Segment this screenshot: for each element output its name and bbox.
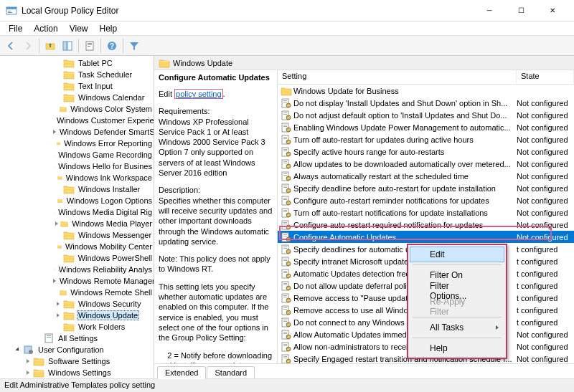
- menu-item[interactable]: All Tasks: [410, 320, 504, 335]
- svg-rect-81: [283, 285, 287, 285]
- tree-item[interactable]: User Configuration: [0, 344, 154, 355]
- up-button[interactable]: [42, 38, 58, 54]
- svg-rect-3: [8, 12, 12, 13]
- svg-rect-69: [283, 248, 287, 249]
- tree-item[interactable]: Windows PowerShell: [0, 252, 154, 264]
- close-button[interactable]: ✕: [537, 1, 568, 21]
- svg-rect-97: [283, 333, 287, 334]
- svg-rect-20: [283, 100, 287, 101]
- help-button[interactable]: ?: [104, 38, 120, 54]
- svg-rect-100: [283, 344, 287, 345]
- toolbar: ?: [0, 36, 574, 56]
- properties-button[interactable]: [82, 38, 98, 54]
- tree-item[interactable]: Windows Logon Options: [0, 195, 154, 206]
- tree-item[interactable]: Windows Settings: [0, 367, 154, 378]
- menu-item[interactable]: Edit: [410, 247, 504, 262]
- tree-item[interactable]: Text Input: [0, 80, 154, 92]
- list-item[interactable]: Specify deadline before auto-restart for…: [278, 182, 574, 194]
- svg-rect-33: [283, 138, 287, 139]
- context-menu: EditFilter OnFilter Options...Re-Apply F…: [407, 244, 507, 359]
- titlebar: Local Group Policy Editor ─ ☐ ✕: [0, 0, 574, 21]
- tree-item[interactable]: Windows Security: [0, 298, 154, 310]
- edit-policy-link[interactable]: policy setting: [174, 89, 223, 99]
- svg-rect-85: [283, 297, 287, 297]
- tree-item[interactable]: Windows Reliability Analys: [0, 264, 154, 275]
- svg-rect-89: [283, 309, 287, 310]
- folder-icon: [159, 58, 170, 68]
- menu-help[interactable]: Help: [94, 22, 123, 35]
- tree-item[interactable]: Task Scheduler: [0, 69, 154, 80]
- svg-rect-5: [63, 42, 67, 50]
- svg-rect-68: [283, 247, 287, 247]
- list-header: Setting State: [278, 70, 574, 85]
- tree-item[interactable]: Windows Hello for Busines: [0, 161, 154, 172]
- minimize-button[interactable]: ─: [474, 1, 505, 21]
- list-item[interactable]: Allow updates to be downloaded automatic…: [278, 158, 574, 170]
- tree-item[interactable]: Windows Defender SmartSc: [0, 126, 154, 138]
- svg-rect-10: [88, 46, 90, 47]
- tab-extended[interactable]: Extended: [157, 366, 206, 379]
- menu-view[interactable]: View: [64, 22, 94, 35]
- list-item[interactable]: Windows Update for Business: [278, 85, 574, 97]
- svg-rect-105: [283, 358, 287, 358]
- show-hide-tree-button[interactable]: [60, 38, 75, 54]
- svg-rect-24: [283, 113, 287, 113]
- svg-rect-65: [283, 236, 287, 236]
- svg-rect-15: [47, 337, 51, 338]
- tree-item[interactable]: Work Folders: [0, 321, 154, 333]
- list-item[interactable]: Turn off auto-restart notifications for …: [278, 206, 574, 219]
- tree-item[interactable]: All Settings: [0, 333, 154, 344]
- svg-rect-13: [45, 334, 52, 343]
- forward-button[interactable]: [20, 38, 36, 54]
- tree-item[interactable]: Windows Mobility Center: [0, 241, 154, 252]
- tree-item[interactable]: Windows Color System: [0, 103, 154, 115]
- tree-item[interactable]: Software Settings: [0, 355, 154, 367]
- list-item[interactable]: Enabling Windows Update Power Management…: [278, 121, 574, 133]
- tree-item[interactable]: Windows Game Recording: [0, 149, 154, 161]
- svg-rect-53: [283, 199, 287, 200]
- menu-action[interactable]: Action: [28, 22, 63, 35]
- menu-item[interactable]: Help: [410, 340, 504, 356]
- svg-rect-104: [283, 356, 287, 357]
- list-item[interactable]: Configure Automatic UpdatesNot configure…: [278, 231, 574, 243]
- svg-rect-84: [283, 295, 287, 296]
- list-item[interactable]: Configure auto-restart reminder notifica…: [278, 194, 574, 206]
- svg-rect-37: [283, 150, 287, 151]
- list-item[interactable]: Configure auto-restart required notifica…: [278, 219, 574, 231]
- tree-item[interactable]: Windows Media Digital Rig: [0, 206, 154, 218]
- svg-rect-76: [283, 271, 287, 272]
- list-item[interactable]: Do not display 'Install Updates and Shut…: [278, 97, 574, 109]
- tree-item[interactable]: Windows Messenger: [0, 229, 154, 241]
- svg-text:?: ?: [110, 42, 114, 50]
- tree-item[interactable]: Tablet PC: [0, 57, 154, 69]
- tab-standard[interactable]: Standard: [207, 366, 255, 378]
- svg-rect-57: [283, 211, 287, 212]
- console-tree[interactable]: Tablet PCTask SchedulerText InputWindows…: [0, 56, 154, 378]
- svg-rect-49: [283, 187, 287, 188]
- tree-item[interactable]: Windows Customer Experie: [0, 115, 154, 126]
- svg-rect-28: [283, 125, 287, 125]
- tree-item[interactable]: Windows Update: [0, 310, 154, 321]
- list-item[interactable]: Do not adjust default option to 'Install…: [278, 109, 574, 121]
- tree-item[interactable]: Windows Installer: [0, 183, 154, 195]
- tree-item[interactable]: Windows Remote Shell: [0, 287, 154, 298]
- list-item[interactable]: Turn off auto-restart for updates during…: [278, 133, 574, 145]
- svg-rect-14: [47, 335, 51, 336]
- tree-item[interactable]: Windows Media Player: [0, 218, 154, 229]
- list-item[interactable]: Always automatically restart at the sche…: [278, 170, 574, 182]
- tree-item[interactable]: Windows Calendar: [0, 92, 154, 103]
- filter-button[interactable]: [126, 38, 142, 54]
- svg-rect-32: [283, 137, 287, 138]
- maximize-button[interactable]: ☐: [505, 1, 537, 21]
- menu-item: Re-Apply Filter: [410, 299, 504, 315]
- col-setting[interactable]: Setting: [278, 70, 517, 84]
- tree-item[interactable]: Windows Remote Manager: [0, 275, 154, 287]
- back-button[interactable]: [3, 38, 19, 54]
- tree-item[interactable]: Windows Error Reporting: [0, 138, 154, 149]
- svg-rect-36: [283, 149, 287, 150]
- menu-file[interactable]: File: [3, 22, 28, 35]
- tree-item[interactable]: Windows Ink Workspace: [0, 172, 154, 183]
- col-state[interactable]: State: [517, 70, 574, 84]
- list-item[interactable]: Specify active hours range for auto-rest…: [278, 145, 574, 158]
- menubar: File Action View Help: [0, 21, 574, 36]
